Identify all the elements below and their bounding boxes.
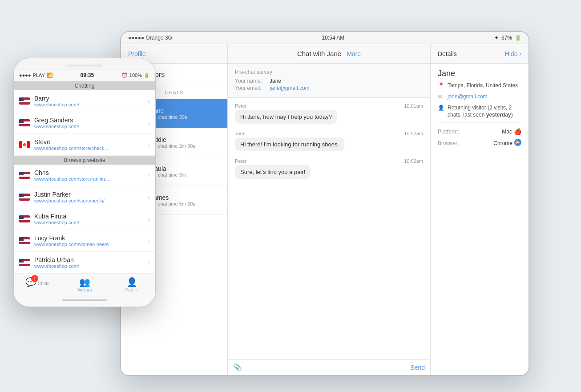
browsing-list: Chris www.shoeshop.com/store/runnin... ›… <box>14 165 155 274</box>
platform-value: Mac 🍎 <box>502 128 521 135</box>
nav-chats[interactable]: 💬 1 Chats <box>14 277 61 292</box>
email-text: jane@gmail.com <box>448 93 488 101</box>
chat-input-area: 📎 Send <box>228 359 430 375</box>
location-text: Tampa, Florida, United States <box>448 82 518 89</box>
chevron-right-icon: › <box>148 194 150 201</box>
chevron-right-icon: › <box>148 215 150 222</box>
tablet-device: ●●●●● Orange 3G 10:54 AM ✦ 67% 🔋 Profile… <box>120 31 529 376</box>
nav-profile-label: Profile <box>125 287 138 292</box>
unread-badge: 1 <box>31 275 38 282</box>
list-item[interactable]: Patricia Urban www.shoeshop.com/ › <box>14 252 155 274</box>
message-input[interactable] <box>246 364 407 371</box>
list-item[interactable]: Kuba Firuta www.shoeshop.com/ › <box>14 208 155 230</box>
browser-value: Chrome <box>493 139 521 147</box>
phone-device: ●●●● PLAY 📶 09:35 ⏰ 100% 🔋 Chatting Barr… <box>13 58 156 307</box>
platform-row: Platform: Mac 🍎 <box>431 126 529 137</box>
user-info: Patricia Urban www.shoeshop.com/ <box>34 256 148 269</box>
user-info: Barry www.shoeshop.com/ <box>34 95 148 107</box>
chat-info: Paula 🏴 chat time 3m <box>150 165 222 178</box>
platform-text: Mac <box>502 129 512 135</box>
message-meta: Jane 10:02am <box>235 131 423 136</box>
tablet-more-button[interactable]: More <box>347 50 361 57</box>
location-row: 📍 Tampa, Florida, United States <box>438 82 521 89</box>
message-time: 10:02am <box>404 131 423 136</box>
user-info: Chris www.shoeshop.com/store/runnin... <box>34 169 148 182</box>
browser-row: Browser: Chrome <box>431 137 529 149</box>
chat-messages-area: Peter 10:01am Hi Jane, how may I help yo… <box>228 98 430 359</box>
chevron-right-icon: › <box>148 259 150 266</box>
nav-visitors-label: Visitors <box>77 287 92 292</box>
tablet-hide-button[interactable]: Hide › <box>505 50 521 57</box>
us-flag-icon <box>19 97 30 105</box>
list-item[interactable]: Justin Parker www.shoeshop.com/store/hee… <box>14 186 155 208</box>
nav-profile[interactable]: 👤 Profile <box>108 277 155 292</box>
attach-icon[interactable]: 📎 <box>233 363 242 372</box>
message-sender: Peter <box>235 103 246 109</box>
message-time: 10:02am <box>404 158 423 164</box>
survey-title: Pre-chat survey <box>235 69 423 75</box>
list-item[interactable]: Barry www.shoeshop.com/ › <box>14 90 155 112</box>
list-item[interactable]: Greg Sanders www.shoeshop.com/ › <box>14 112 155 134</box>
tablet-body: 👥 Visitors CHATS f Jane <box>121 64 529 375</box>
chat-info: James 🏴 chat time 5m 30s <box>150 194 222 207</box>
chevron-right-icon: › <box>148 141 150 148</box>
wifi-icon: 📶 <box>47 73 53 78</box>
browsing-section-header: Browsing website <box>14 156 155 165</box>
visitor-name: Jane <box>431 64 529 82</box>
message-bubble: Hi there! I'm looking for running shoes. <box>235 137 344 151</box>
phone-status-bar: ●●●● PLAY 📶 09:35 ⏰ 100% 🔋 <box>14 69 155 81</box>
chat-panel: Pre-chat survey Your name: Jane Your ema… <box>228 64 431 375</box>
survey-email-label: Your email: <box>235 85 266 91</box>
user-info: Lucy Frank www.shoeshop.com/women-heels/ <box>34 234 148 247</box>
chatting-list: Barry www.shoeshop.com/ › Greg Sanders w… <box>14 90 155 156</box>
list-item[interactable]: Lucy Frank www.shoeshop.com/women-heels/… <box>14 230 155 252</box>
chat-name: James <box>150 194 222 201</box>
message-group-jane-1: Jane 10:02am Hi there! I'm looking for r… <box>235 131 423 151</box>
send-button[interactable]: Send <box>410 364 425 371</box>
message-meta: Peter 10:02am <box>235 158 423 164</box>
ca-flag-icon <box>19 141 30 148</box>
tablet-profile-button[interactable]: Profile <box>128 50 146 57</box>
envelope-icon: ✉ <box>438 93 444 100</box>
visitor-info-text: Returning visitor (2 visits, 2 chats, la… <box>448 104 521 119</box>
phone-frame: ●●●● PLAY 📶 09:35 ⏰ 100% 🔋 Chatting Barr… <box>13 58 156 307</box>
person-icon: 👤 <box>438 105 444 111</box>
chat-time: 🏴 chat time 5m 30s <box>150 201 222 207</box>
user-info: Justin Parker www.shoeshop.com/store/hee… <box>34 191 148 203</box>
tablet-battery-level: 67% <box>501 35 512 41</box>
chat-name: Eddie <box>150 136 222 143</box>
tablet-time: 10:54 AM <box>322 35 345 41</box>
user-info: Steve www.shoeshop.com/store/check... <box>34 138 148 151</box>
message-sender: Jane <box>235 131 246 136</box>
chat-time: 🏴 chat time 2m 30s <box>150 143 222 149</box>
message-meta: Peter 10:01am <box>235 103 423 109</box>
chat-time: 🏴 chat time 30s <box>150 114 222 120</box>
browser-text: Chrome <box>493 140 512 146</box>
list-item[interactable]: Steve www.shoeshop.com/store/check... › <box>14 134 155 156</box>
browser-label: Browser: <box>438 140 459 146</box>
phone-time: 09:35 <box>81 72 94 78</box>
mac-icon: 🍎 <box>514 128 521 135</box>
us-flag-icon <box>19 215 30 222</box>
chat-name: Paula <box>150 165 222 172</box>
tablet-battery-icon: 🔋 <box>515 35 521 41</box>
pre-chat-survey: Pre-chat survey Your name: Jane Your ema… <box>228 64 430 98</box>
bluetooth-icon: ✦ <box>494 35 499 41</box>
us-flag-icon <box>19 119 30 126</box>
list-item[interactable]: Chris www.shoeshop.com/store/runnin... › <box>14 165 155 186</box>
tablet-frame: ●●●●● Orange 3G 10:54 AM ✦ 67% 🔋 Profile… <box>120 31 529 376</box>
details-panel: Jane 📍 Tampa, Florida, United States ✉ j… <box>431 64 529 375</box>
message-bubble: Sure, let's find you a pair! <box>235 165 311 179</box>
chevron-right-icon: › <box>148 172 150 179</box>
tablet-chat-title: Chat with Jane <box>297 50 341 57</box>
nav-visitors[interactable]: 👥 Visitors <box>61 277 108 292</box>
us-flag-icon <box>19 237 30 244</box>
chat-info: Eddie 🏴 chat time 2m 30s <box>150 136 222 149</box>
us-flag-icon <box>19 194 30 201</box>
message-bubble: Hi Jane, how may I help you today? <box>235 110 337 124</box>
home-bar <box>62 299 107 301</box>
chevron-right-icon: › <box>148 119 150 126</box>
tablet-details-label: Details <box>438 50 457 57</box>
survey-email-value: jane@gmail.com <box>270 85 310 91</box>
battery-icon: 🔋 <box>144 73 150 78</box>
